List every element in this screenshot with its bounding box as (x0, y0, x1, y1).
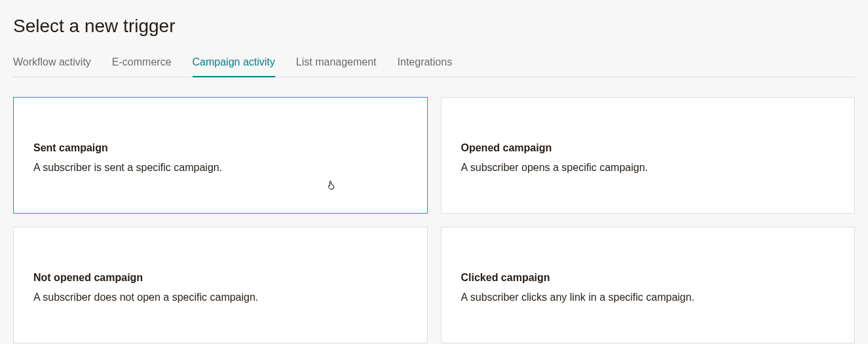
card-title: Opened campaign (461, 142, 835, 154)
tabs-container: Workflow activity E-commerce Campaign ac… (13, 56, 855, 77)
tab-list-management[interactable]: List management (296, 56, 377, 77)
card-title: Sent campaign (33, 142, 407, 154)
card-clicked-campaign[interactable]: Clicked campaign A subscriber clicks any… (441, 227, 856, 343)
card-title: Clicked campaign (461, 272, 835, 284)
card-not-opened-campaign[interactable]: Not opened campaign A subscriber does no… (13, 227, 428, 343)
card-title: Not opened campaign (33, 272, 407, 284)
page-title: Select a new trigger (13, 16, 855, 37)
cards-grid: Sent campaign A subscriber is sent a spe… (13, 97, 855, 343)
card-opened-campaign[interactable]: Opened campaign A subscriber opens a spe… (441, 97, 856, 214)
tab-integrations[interactable]: Integrations (398, 56, 453, 77)
card-sent-campaign[interactable]: Sent campaign A subscriber is sent a spe… (13, 97, 428, 214)
card-description: A subscriber opens a specific campaign. (461, 161, 835, 175)
tab-e-commerce[interactable]: E-commerce (112, 56, 172, 77)
tab-workflow-activity[interactable]: Workflow activity (13, 56, 91, 77)
card-description: A subscriber is sent a specific campaign… (33, 161, 407, 175)
tab-campaign-activity[interactable]: Campaign activity (193, 56, 275, 77)
card-description: A subscriber clicks any link in a specif… (461, 290, 835, 305)
card-description: A subscriber does not open a specific ca… (33, 290, 407, 305)
